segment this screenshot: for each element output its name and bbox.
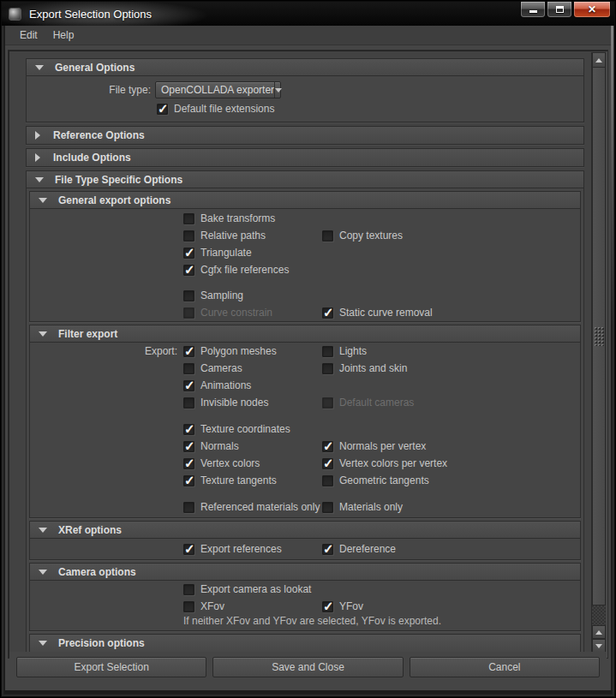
checkbox-texture-coordinates[interactable] [183,424,194,435]
window-edge-highlight [611,26,613,325]
section-header-reference-options[interactable]: Reference Options [27,127,583,144]
section-header-precision-options[interactable]: Precision options [30,635,580,652]
checkbox-label[interactable]: Default file extensions [174,103,274,115]
checkbox-materials-only[interactable] [322,502,333,513]
checkbox-normals-per-vertex[interactable] [322,441,333,452]
options-viewport: General Options File type: OpenCOLLADA e… [10,52,589,654]
checkbox-default-cameras [322,397,333,409]
chevron-right-icon [35,131,40,140]
cancel-button[interactable]: Cancel [410,657,600,677]
checkbox-vertex-colors[interactable] [183,458,194,469]
section-header-general-export-options[interactable]: General export options [30,192,580,209]
checkbox-cgfx-file-references[interactable] [183,265,194,276]
chevron-down-icon [39,528,47,533]
checkbox-invisible-nodes[interactable] [183,397,194,409]
export-selection-options-window: Export Selection Options ✕ Edit Help Gen… [0,0,616,698]
file-type-specific-body: General export options Bake transforms [27,188,583,654]
scrollbar-up-button[interactable] [592,52,606,68]
section-header-file-type-specific-options[interactable]: File Type Specific Options [27,171,583,188]
section-header-include-options[interactable]: Include Options [27,149,583,166]
section-xref-options: XRef options Export references [29,521,581,560]
checkbox-sampling[interactable] [183,290,194,301]
checkbox-static-curve-removal[interactable] [322,307,333,319]
menubar: Edit Help [5,26,611,45]
chevron-down-icon [35,65,44,70]
export-prefix-label: Export: [30,343,177,360]
checkbox-triangulate[interactable] [183,248,194,259]
menu-help[interactable]: Help [45,27,82,44]
arrow-up-icon [595,630,602,635]
chevron-down-icon [275,88,282,92]
scrollbar-track[interactable] [592,606,606,625]
section-header-general-options[interactable]: General Options [27,59,583,76]
checkbox-vertex-colors-per-vertex[interactable] [322,458,333,469]
section-include-options: Include Options [26,148,584,167]
footer-button-row: Export Selection Save and Close Cancel [9,652,607,683]
checkbox-export-references[interactable] [183,544,194,555]
menu-edit[interactable]: Edit [12,27,45,44]
checkbox-copy-textures[interactable] [322,230,333,242]
file-type-label: File type: [27,81,151,98]
scrollbar-down-button[interactable] [592,639,606,653]
section-camera-options: Camera options Export camera as lookat [29,563,581,631]
checkbox-polygon-meshes[interactable] [183,346,194,357]
checkbox-bake-transforms[interactable] [183,213,194,224]
minimize-button[interactable] [520,2,546,18]
chevron-down-icon [39,331,47,337]
vertical-scrollbar[interactable] [591,52,606,653]
scrollbar-grip-icon [595,327,605,346]
chevron-down-icon [39,641,47,646]
chevron-down-icon [39,570,47,575]
section-general-options: General Options File type: OpenCOLLADA e… [26,58,584,122]
checkbox-geometric-tangents[interactable] [322,475,333,486]
chevron-down-icon [39,198,47,203]
chevron-right-icon [35,153,40,162]
maximize-icon [556,6,564,13]
close-icon: ✕ [588,4,596,15]
arrow-up-icon [595,58,602,63]
section-header-filter-export[interactable]: Filter export [30,325,580,343]
section-general-export-options: General export options Bake transforms [29,191,581,322]
checkbox-normals[interactable] [183,441,194,452]
scrollbar-thumb[interactable] [592,68,606,606]
general-options-body: File type: OpenCOLLADA exporter Default … [27,76,583,122]
section-header-xref-options[interactable]: XRef options [30,522,580,539]
section-filter-export: Filter export Export: Polygon meshes [29,325,581,518]
checkbox-joints-and-skin[interactable] [322,363,333,374]
checkbox-default-file-extensions[interactable] [157,104,168,115]
checkbox-export-camera-as-lookat[interactable] [183,584,194,595]
dropdown-arrow-box [274,82,282,98]
section-reference-options: Reference Options [26,126,584,145]
save-and-close-button[interactable]: Save and Close [212,657,403,677]
window-title: Export Selection Options [29,8,152,21]
section-precision-options: Precision options [29,634,581,653]
dialog-body: General Options File type: OpenCOLLADA e… [5,45,611,690]
section-file-type-specific-options: File Type Specific Options General expor… [26,170,584,654]
file-type-value: OpenCOLLADA exporter [156,84,274,96]
titlebar[interactable]: Export Selection Options ✕ [2,2,614,26]
window-controls: ✕ [519,2,611,18]
scrollbar-up-button-bottom[interactable] [592,625,606,639]
maximize-button[interactable] [547,2,572,18]
file-type-dropdown[interactable]: OpenCOLLADA exporter [155,81,281,98]
options-scroll-area: General Options File type: OpenCOLLADA e… [8,50,608,659]
checkbox-relative-paths[interactable] [183,230,194,242]
export-selection-button[interactable]: Export Selection [16,657,206,677]
checkbox-animations[interactable] [183,380,194,391]
section-header-camera-options[interactable]: Camera options [30,564,580,581]
camera-note: If neither XFov and YFov are selected, Y… [30,615,580,629]
checkbox-lights[interactable] [322,346,333,357]
close-button[interactable]: ✕ [573,2,611,18]
checkbox-texture-tangents[interactable] [183,475,194,486]
chevron-down-icon [35,177,44,182]
checkbox-referenced-materials-only[interactable] [183,502,194,513]
app-icon [9,8,21,21]
checkbox-curve-constrain [183,307,194,319]
checkbox-yfov[interactable] [322,601,333,612]
checkbox-cameras[interactable] [183,363,194,374]
checkbox-xfov[interactable] [183,601,194,612]
minimize-icon [529,10,537,13]
checkbox-dereference[interactable] [322,544,333,555]
arrow-down-icon [595,644,602,648]
